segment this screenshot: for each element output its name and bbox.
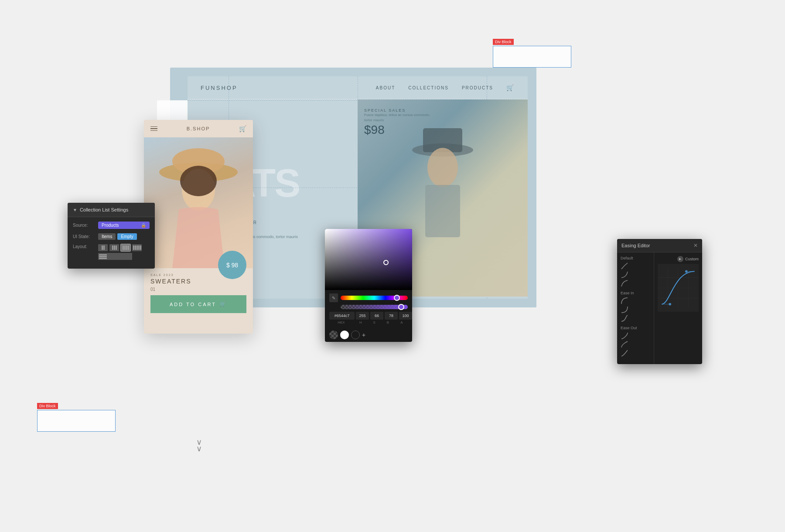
b-label-cp: B <box>382 321 394 324</box>
easing-editor-panel: Easing Editor ✕ Default <box>617 239 702 364</box>
s-label: S <box>368 321 380 324</box>
ease-in-curve-2[interactable] <box>621 306 628 314</box>
chevron-down-2: ∨ <box>196 444 202 454</box>
color-gradient-area[interactable] <box>325 229 412 290</box>
ease-in-curves <box>621 297 650 322</box>
svg-point-2 <box>427 148 458 187</box>
swatch-transparent[interactable] <box>329 331 338 339</box>
ease-out-label: Ease Out <box>621 326 650 330</box>
easing-curve-graph <box>658 264 699 312</box>
default-curve-1[interactable] <box>621 262 628 270</box>
panel-collapse-icon[interactable]: ▼ <box>73 208 77 212</box>
svg-point-7 <box>180 166 217 196</box>
alpha-row <box>329 305 408 309</box>
bshop-mockup: B.SHOP 🛒 SALE 2023 SWEATERS 01 $ 98 ADD … <box>144 120 253 334</box>
hue-slider[interactable] <box>341 296 408 300</box>
hue-row: ✎ <box>329 293 408 302</box>
layout-row: Layout: <box>73 244 150 260</box>
items-tab[interactable]: Items <box>98 233 116 240</box>
easing-header: Easing Editor ✕ <box>617 239 702 252</box>
easing-presets: Default Ease In <box>617 252 654 364</box>
eyedropper-icon: ✎ <box>332 296 335 300</box>
funshop-nav: ABOUT COLLECTIONS PRODUCTS 🛒 <box>376 84 515 91</box>
bshop-logo: B.SHOP <box>187 126 210 131</box>
div-block-box-top <box>493 46 571 68</box>
funshop-header: FUNSHOP ABOUT COLLECTIONS PRODUCTS 🛒 <box>188 76 528 99</box>
source-value: Products <box>102 223 119 228</box>
layout-label: Layout: <box>73 244 95 249</box>
add-swatch-button[interactable]: + <box>362 331 365 338</box>
nav-about: ABOUT <box>376 85 395 90</box>
color-input-labels: HEX H S B A <box>329 321 408 324</box>
g-input[interactable] <box>370 312 383 320</box>
alpha-thumb <box>398 304 404 310</box>
source-label: Source: <box>73 223 95 228</box>
special-price: $98 <box>364 123 434 137</box>
default-curve-2[interactable] <box>621 271 628 279</box>
default-curve-set <box>621 262 628 287</box>
layout-3col[interactable] <box>109 244 119 251</box>
empty-tab[interactable]: Empty <box>117 233 137 240</box>
layout-row-2 <box>98 253 142 260</box>
bshop-content: SALE 2023 SWEATERS 01 $ 98 ADD TO CART 🛒 <box>144 268 253 318</box>
div-block-label-bottom: Div Block <box>37 403 58 409</box>
layout-list[interactable] <box>98 253 132 260</box>
a-input[interactable] <box>399 312 412 320</box>
nav-products: PRODUCTS <box>462 85 493 90</box>
div-block-bottom-left: Div Block <box>37 401 98 432</box>
default-label: Default <box>621 256 650 260</box>
default-curves <box>621 262 650 287</box>
color-controls: ✎ HEX H S B A <box>325 290 412 328</box>
layout-4col[interactable] <box>121 244 130 251</box>
easing-title: Easing Editor <box>621 243 650 248</box>
bshop-header: B.SHOP 🛒 <box>144 120 253 137</box>
div-block-label-top: Div Block <box>493 39 514 45</box>
color-swatches: + <box>325 328 412 342</box>
ease-out-curve-2[interactable] <box>621 341 628 348</box>
cart-icon-small: 🛒 <box>220 301 227 307</box>
layout-row-1 <box>98 244 142 251</box>
custom-label-row: ▶ Custom <box>658 256 699 262</box>
swatch-white[interactable] <box>340 331 349 339</box>
easing-custom-area: ▶ Custom <box>654 252 702 364</box>
div-block-top-right: Div Block <box>493 37 571 68</box>
ease-in-curve-1[interactable] <box>621 297 628 305</box>
alpha-slider[interactable] <box>341 305 408 309</box>
panel-header: ▼ Collection List Settings <box>68 203 155 217</box>
easing-graph[interactable] <box>658 264 699 312</box>
cart-icon-funshop: 🛒 <box>506 84 515 91</box>
swatch-black[interactable] <box>351 331 360 339</box>
add-to-cart-button[interactable]: ADD TO CART 🛒 <box>150 295 246 313</box>
svg-rect-3 <box>425 185 460 237</box>
source-row: Source: Products 🔒 <box>73 222 150 229</box>
special-desc: Fusce dapibus, tellus ac cursus commodo,… <box>364 113 434 123</box>
r-input[interactable] <box>356 312 369 320</box>
bshop-cart-icon: 🛒 <box>239 125 246 132</box>
b-input[interactable] <box>385 312 398 320</box>
hex-input[interactable] <box>329 312 355 320</box>
easing-close-button[interactable]: ✕ <box>693 242 698 249</box>
layout-6col[interactable] <box>132 244 142 251</box>
easing-play-button[interactable]: ▶ <box>677 256 683 262</box>
div-block-box-bottom <box>37 410 116 432</box>
panel-title: Collection List Settings <box>80 207 128 212</box>
ease-in-curve-3[interactable] <box>621 314 628 322</box>
a-label: A <box>396 321 408 324</box>
color-selector-circle <box>383 260 389 265</box>
layout-icons <box>98 244 142 260</box>
funshop-special: SPECIAL SALES Fusce dapibus, tellus ac c… <box>364 108 434 137</box>
man-illustration <box>399 111 486 285</box>
eyedropper-button[interactable]: ✎ <box>329 293 338 302</box>
collection-list-settings-panel: ▼ Collection List Settings Source: Produ… <box>68 203 155 269</box>
default-curve-3[interactable] <box>621 280 628 287</box>
ease-out-curve-3[interactable] <box>621 349 628 357</box>
bshop-menu-icon <box>150 126 157 131</box>
ease-in-label: Ease In <box>621 291 650 295</box>
source-dropdown[interactable]: Products 🔒 <box>98 222 150 229</box>
ease-out-curve-set <box>621 332 628 357</box>
layout-2col[interactable] <box>98 244 108 251</box>
ease-out-curve-1[interactable] <box>621 332 628 340</box>
ui-state-label: UI State: <box>73 234 95 239</box>
special-label: SPECIAL SALES <box>364 108 434 113</box>
woman-illustration <box>144 137 253 268</box>
